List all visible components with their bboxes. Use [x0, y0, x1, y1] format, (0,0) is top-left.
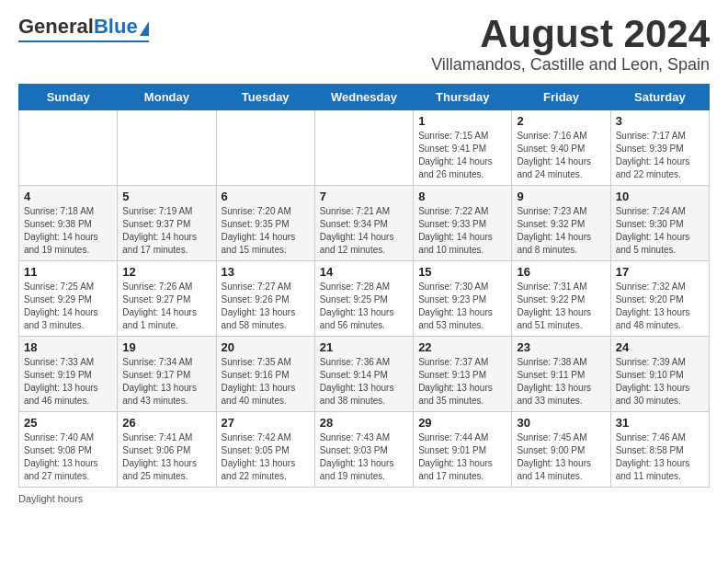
calendar-week-row: 18Sunrise: 7:33 AM Sunset: 9:19 PM Dayli…	[19, 337, 710, 412]
calendar-cell: 7Sunrise: 7:21 AM Sunset: 9:34 PM Daylig…	[314, 186, 413, 261]
day-info: Sunrise: 7:31 AM Sunset: 9:22 PM Dayligh…	[517, 281, 605, 332]
day-info: Sunrise: 7:38 AM Sunset: 9:11 PM Dayligh…	[517, 356, 605, 408]
day-number: 26	[122, 416, 210, 430]
calendar-cell: 19Sunrise: 7:34 AM Sunset: 9:17 PM Dayli…	[118, 337, 216, 412]
calendar-cell: 25Sunrise: 7:40 AM Sunset: 9:08 PM Dayli…	[19, 412, 118, 488]
calendar-header-row: SundayMondayTuesdayWednesdayThursdayFrid…	[19, 85, 710, 110]
day-info: Sunrise: 7:28 AM Sunset: 9:25 PM Dayligh…	[320, 281, 408, 332]
calendar-header-wednesday: Wednesday	[314, 85, 413, 110]
day-info: Sunrise: 7:22 AM Sunset: 9:33 PM Dayligh…	[418, 205, 506, 257]
day-info: Sunrise: 7:17 AM Sunset: 9:39 PM Dayligh…	[616, 130, 704, 181]
calendar-cell: 1Sunrise: 7:15 AM Sunset: 9:41 PM Daylig…	[414, 110, 512, 186]
day-info: Sunrise: 7:40 AM Sunset: 9:08 PM Dayligh…	[24, 431, 112, 483]
day-info: Sunrise: 7:26 AM Sunset: 9:27 PM Dayligh…	[122, 281, 210, 332]
logo: General Blue	[18, 15, 149, 42]
calendar-cell: 24Sunrise: 7:39 AM Sunset: 9:10 PM Dayli…	[610, 337, 709, 412]
calendar-cell: 26Sunrise: 7:41 AM Sunset: 9:06 PM Dayli…	[118, 412, 216, 488]
day-number: 23	[517, 340, 605, 354]
day-number: 18	[24, 340, 112, 354]
calendar-cell: 23Sunrise: 7:38 AM Sunset: 9:11 PM Dayli…	[512, 337, 610, 412]
day-number: 13	[222, 265, 310, 279]
day-info: Sunrise: 7:46 AM Sunset: 8:58 PM Dayligh…	[616, 431, 704, 483]
header: General Blue August 2024 Villamandos, Ca…	[18, 15, 710, 75]
calendar-cell: 30Sunrise: 7:45 AM Sunset: 9:00 PM Dayli…	[512, 412, 610, 488]
day-number: 19	[122, 340, 210, 354]
calendar-cell: 13Sunrise: 7:27 AM Sunset: 9:26 PM Dayli…	[216, 261, 314, 337]
day-number: 22	[418, 340, 506, 354]
calendar-cell: 4Sunrise: 7:18 AM Sunset: 9:38 PM Daylig…	[19, 186, 118, 261]
day-info: Sunrise: 7:32 AM Sunset: 9:20 PM Dayligh…	[616, 281, 704, 332]
calendar-cell: 11Sunrise: 7:25 AM Sunset: 9:29 PM Dayli…	[19, 261, 118, 337]
day-info: Sunrise: 7:21 AM Sunset: 9:34 PM Dayligh…	[320, 205, 408, 257]
day-info: Sunrise: 7:23 AM Sunset: 9:32 PM Dayligh…	[517, 205, 605, 257]
calendar-week-row: 25Sunrise: 7:40 AM Sunset: 9:08 PM Dayli…	[19, 412, 710, 488]
calendar-week-row: 1Sunrise: 7:15 AM Sunset: 9:41 PM Daylig…	[19, 110, 710, 186]
day-number: 28	[320, 416, 408, 430]
title-area: August 2024 Villamandos, Castille and Le…	[431, 15, 710, 75]
calendar-cell: 21Sunrise: 7:36 AM Sunset: 9:14 PM Dayli…	[314, 337, 413, 412]
day-info: Sunrise: 7:45 AM Sunset: 9:00 PM Dayligh…	[517, 431, 605, 483]
day-number: 21	[320, 340, 408, 354]
calendar-table: SundayMondayTuesdayWednesdayThursdayFrid…	[18, 84, 710, 488]
day-number: 31	[616, 416, 704, 430]
day-number: 16	[517, 265, 605, 279]
day-info: Sunrise: 7:44 AM Sunset: 9:01 PM Dayligh…	[418, 431, 506, 483]
day-number: 5	[122, 190, 210, 203]
day-info: Sunrise: 7:18 AM Sunset: 9:38 PM Dayligh…	[24, 205, 112, 257]
day-info: Sunrise: 7:27 AM Sunset: 9:26 PM Dayligh…	[222, 281, 310, 332]
calendar-cell: 18Sunrise: 7:33 AM Sunset: 9:19 PM Dayli…	[19, 337, 118, 412]
calendar-cell: 9Sunrise: 7:23 AM Sunset: 9:32 PM Daylig…	[512, 186, 610, 261]
logo-general: General	[18, 15, 94, 39]
day-info: Sunrise: 7:37 AM Sunset: 9:13 PM Dayligh…	[418, 356, 506, 408]
calendar-cell: 16Sunrise: 7:31 AM Sunset: 9:22 PM Dayli…	[512, 261, 610, 337]
calendar-cell: 20Sunrise: 7:35 AM Sunset: 9:16 PM Dayli…	[216, 337, 314, 412]
calendar-cell: 5Sunrise: 7:19 AM Sunset: 9:37 PM Daylig…	[118, 186, 216, 261]
month-year-title: August 2024	[431, 15, 710, 53]
day-number: 17	[616, 265, 704, 279]
calendar-cell	[19, 110, 118, 186]
location-subtitle: Villamandos, Castille and Leon, Spain	[431, 55, 710, 75]
daylight-hours-label: Daylight hours	[18, 493, 83, 504]
day-info: Sunrise: 7:15 AM Sunset: 9:41 PM Dayligh…	[418, 130, 506, 181]
day-info: Sunrise: 7:25 AM Sunset: 9:29 PM Dayligh…	[24, 281, 112, 332]
day-info: Sunrise: 7:36 AM Sunset: 9:14 PM Dayligh…	[320, 356, 408, 408]
day-number: 15	[418, 265, 506, 279]
calendar-week-row: 11Sunrise: 7:25 AM Sunset: 9:29 PM Dayli…	[19, 261, 710, 337]
calendar-cell	[216, 110, 314, 186]
day-number: 2	[517, 114, 605, 128]
day-info: Sunrise: 7:42 AM Sunset: 9:05 PM Dayligh…	[222, 431, 310, 483]
day-info: Sunrise: 7:24 AM Sunset: 9:30 PM Dayligh…	[616, 205, 704, 257]
calendar-cell: 12Sunrise: 7:26 AM Sunset: 9:27 PM Dayli…	[118, 261, 216, 337]
calendar-cell: 27Sunrise: 7:42 AM Sunset: 9:05 PM Dayli…	[216, 412, 314, 488]
calendar-header-friday: Friday	[512, 85, 610, 110]
calendar-cell: 31Sunrise: 7:46 AM Sunset: 8:58 PM Dayli…	[610, 412, 709, 488]
logo-triangle-icon	[140, 21, 149, 36]
calendar-header-sunday: Sunday	[19, 85, 118, 110]
calendar-cell: 3Sunrise: 7:17 AM Sunset: 9:39 PM Daylig…	[610, 110, 709, 186]
logo-blue: Blue	[94, 15, 138, 39]
day-number: 27	[222, 416, 310, 430]
day-number: 24	[616, 340, 704, 354]
day-number: 25	[24, 416, 112, 430]
day-info: Sunrise: 7:34 AM Sunset: 9:17 PM Dayligh…	[122, 356, 210, 408]
calendar-cell	[118, 110, 216, 186]
day-info: Sunrise: 7:33 AM Sunset: 9:19 PM Dayligh…	[24, 356, 112, 408]
calendar-cell: 10Sunrise: 7:24 AM Sunset: 9:30 PM Dayli…	[610, 186, 709, 261]
day-info: Sunrise: 7:39 AM Sunset: 9:10 PM Dayligh…	[616, 356, 704, 408]
calendar-header-thursday: Thursday	[414, 85, 512, 110]
day-number: 29	[418, 416, 506, 430]
day-info: Sunrise: 7:35 AM Sunset: 9:16 PM Dayligh…	[222, 356, 310, 408]
calendar-cell: 28Sunrise: 7:43 AM Sunset: 9:03 PM Dayli…	[314, 412, 413, 488]
day-info: Sunrise: 7:20 AM Sunset: 9:35 PM Dayligh…	[222, 205, 310, 257]
day-number: 1	[418, 114, 506, 128]
day-number: 12	[122, 265, 210, 279]
day-number: 8	[418, 190, 506, 203]
calendar-cell: 17Sunrise: 7:32 AM Sunset: 9:20 PM Dayli…	[610, 261, 709, 337]
calendar-cell: 22Sunrise: 7:37 AM Sunset: 9:13 PM Dayli…	[414, 337, 512, 412]
calendar-header-monday: Monday	[118, 85, 216, 110]
calendar-cell	[314, 110, 413, 186]
day-number: 11	[24, 265, 112, 279]
calendar-cell: 8Sunrise: 7:22 AM Sunset: 9:33 PM Daylig…	[414, 186, 512, 261]
day-number: 14	[320, 265, 408, 279]
calendar-cell: 6Sunrise: 7:20 AM Sunset: 9:35 PM Daylig…	[216, 186, 314, 261]
